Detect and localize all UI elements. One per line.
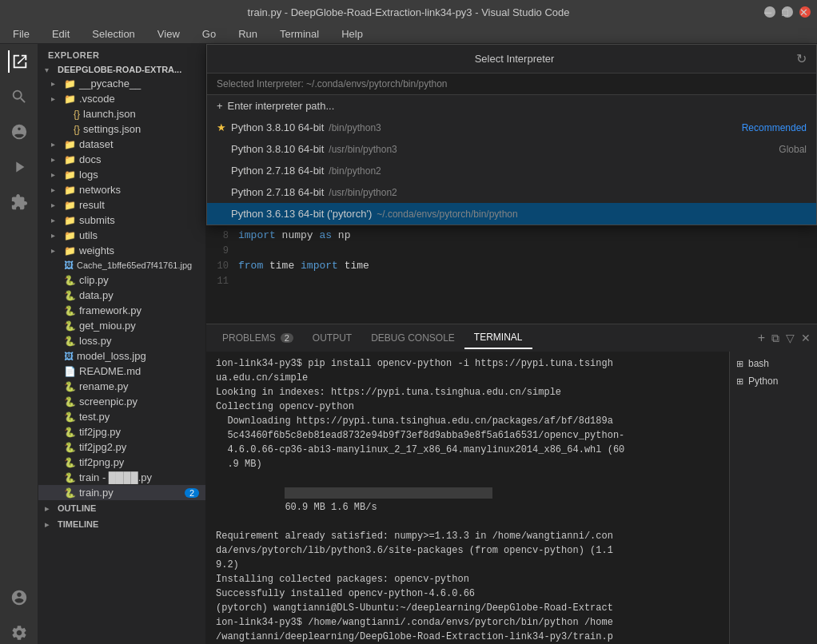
line-number: 8 bbox=[206, 230, 235, 241]
interpreter-item-0[interactable]: ★ Python 3.8.10 64-bit /bin/python3 Reco… bbox=[207, 117, 816, 138]
menu-file[interactable]: File bbox=[8, 26, 34, 42]
menu-run[interactable]: Run bbox=[233, 26, 262, 42]
tree-item-label: screenpic.py bbox=[79, 396, 137, 407]
py-icon: 🐍 bbox=[64, 442, 76, 453]
tree-item-networks[interactable]: ▸ 📁 networks bbox=[38, 182, 205, 197]
tab-debug-console[interactable]: DEBUG CONSOLE bbox=[361, 328, 464, 348]
interpreter-item-3[interactable]: ★ Python 2.7.18 64-bit /usr/bin/python2 bbox=[207, 181, 816, 203]
terminal-content[interactable]: ion-link34-py3$ pip install opencv-pytho… bbox=[206, 352, 729, 644]
tree-item-docs[interactable]: ▸ 📁 docs bbox=[38, 152, 205, 167]
terminal-line: ua.edu.cn/simple bbox=[216, 371, 719, 385]
interpreter-item-2[interactable]: ★ Python 2.7.18 64-bit /bin/python2 bbox=[207, 160, 816, 181]
tree-item-settings[interactable]: ▸ {} settings.json bbox=[38, 121, 205, 137]
interp-name: Python 2.7.18 64-bit bbox=[231, 165, 324, 177]
line-content: import numpy as np bbox=[235, 229, 350, 241]
tree-item-tif2jpg2[interactable]: ▸ 🐍 tif2jpg2.py bbox=[38, 439, 205, 455]
menu-edit[interactable]: Edit bbox=[47, 26, 74, 42]
terminal-line: Installing collected packages: opencv-py… bbox=[216, 572, 719, 586]
problems-badge: 2 bbox=[281, 333, 293, 343]
tree-item-label: tif2jpg.py bbox=[79, 426, 121, 438]
terminal-progress-line: 60.9 MB 1.6 MB/s bbox=[216, 471, 719, 529]
progress-label: 60.9 MB 1.6 MB/s bbox=[285, 502, 377, 513]
activity-accounts[interactable] bbox=[8, 586, 30, 609]
maximize-button[interactable]: □ bbox=[782, 6, 793, 18]
outline-label: OUTLINE bbox=[58, 503, 96, 513]
folder-icon: 📁 bbox=[64, 245, 76, 256]
tree-item-train[interactable]: ▸ 🐍 train.py 2 bbox=[38, 485, 205, 500]
interpreter-enter-path[interactable]: + Enter interpreter path... bbox=[207, 95, 816, 117]
tree-item-label: result bbox=[79, 199, 105, 211]
tree-item-tif2jpg[interactable]: ▸ 🐍 tif2jpg.py bbox=[38, 424, 205, 439]
interpreter-item-1[interactable]: ★ Python 3.8.10 64-bit /usr/bin/python3 … bbox=[207, 138, 816, 160]
tree-item-rename[interactable]: ▸ 🐍 rename.py bbox=[38, 379, 205, 394]
tree-item-framework[interactable]: ▸ 🐍 framework.py bbox=[38, 303, 205, 318]
activity-run-debug[interactable] bbox=[8, 156, 30, 178]
activity-explorer[interactable] bbox=[8, 50, 30, 73]
tree-item-data[interactable]: ▸ 🐍 data.py bbox=[38, 288, 205, 303]
tree-item-tif2png[interactable]: ▸ 🐍 tif2png.py bbox=[38, 455, 205, 470]
tree-item-launch[interactable]: ▸ {} launch.json bbox=[38, 106, 205, 121]
explorer-header: EXPLORER bbox=[38, 44, 205, 63]
terminal-line: Collecting opencv-python bbox=[216, 400, 719, 414]
tree-item-cache-jpg[interactable]: ▸ 🖼 Cache_1bffe65ed7f41761.jpg bbox=[38, 258, 205, 272]
tree-item-screenpic[interactable]: ▸ 🐍 screenpic.py bbox=[38, 394, 205, 409]
activity-search[interactable] bbox=[8, 85, 30, 108]
close-button[interactable]: ✕ bbox=[799, 6, 811, 18]
tab-problems[interactable]: PROBLEMS 2 bbox=[213, 328, 303, 348]
interp-name: Python 3.8.10 64-bit bbox=[231, 121, 324, 133]
terminal-python[interactable]: ⊞ Python bbox=[730, 372, 817, 390]
enter-path-label: Enter interpreter path... bbox=[228, 100, 335, 112]
activity-extensions[interactable] bbox=[8, 191, 30, 213]
minimize-button[interactable]: ─ bbox=[764, 6, 775, 18]
menu-go[interactable]: Go bbox=[197, 26, 221, 42]
tree-item-result[interactable]: ▸ 📁 result bbox=[38, 197, 205, 213]
activity-settings[interactable] bbox=[8, 622, 30, 644]
image-icon: 🖼 bbox=[64, 351, 74, 362]
tree-item-get-miou[interactable]: ▸ 🐍 get_miou.py bbox=[38, 318, 205, 333]
root-folder[interactable]: ▾ DEEPGLOBE-ROAD-EXTRA... bbox=[38, 63, 205, 76]
interpreter-item-4[interactable]: ★ Python 3.6.13 64-bit ('pytorch') ~/.co… bbox=[207, 203, 816, 225]
py-icon: 🐍 bbox=[64, 336, 76, 347]
tree-item-utils[interactable]: ▸ 📁 utils bbox=[38, 228, 205, 243]
add-terminal-icon[interactable]: + bbox=[758, 331, 765, 345]
timeline-section[interactable]: ▸ TIMELINE bbox=[38, 516, 205, 532]
tree-item-pycache[interactable]: ▸ 📁 __pycache__ bbox=[38, 76, 205, 91]
code-line-8: 8 import numpy as np bbox=[206, 228, 817, 243]
activity-source-control[interactable] bbox=[8, 121, 30, 143]
tab-terminal[interactable]: TERMINAL bbox=[464, 327, 532, 349]
outline-section[interactable]: ▸ OUTLINE bbox=[38, 500, 205, 516]
tree-item-loss[interactable]: ▸ 🐍 loss.py bbox=[38, 333, 205, 348]
tree-item-logs[interactable]: ▸ 📁 logs bbox=[38, 167, 205, 182]
menu-selection[interactable]: Selection bbox=[87, 26, 139, 42]
chevron-icon: ▸ bbox=[51, 185, 64, 194]
tree-item-label: framework.py bbox=[79, 304, 141, 316]
menu-help[interactable]: Help bbox=[337, 26, 368, 42]
tree-item-readme[interactable]: ▸ 📄 README.md bbox=[38, 364, 205, 379]
tree-item-test[interactable]: ▸ 🐍 test.py bbox=[38, 409, 205, 424]
menu-view[interactable]: View bbox=[153, 26, 185, 42]
tree-item-train-redacted[interactable]: ▸ 🐍 train - ████.py bbox=[38, 470, 205, 485]
interp-tag-global: Global bbox=[779, 144, 807, 155]
folder-icon: 📁 bbox=[64, 200, 76, 211]
chevron-icon: ▸ bbox=[45, 520, 58, 529]
terminal-line: da/envs/pytorch/lib/python3.6/site-packa… bbox=[216, 543, 719, 558]
tree-item-clip[interactable]: ▸ 🐍 clip.py bbox=[38, 272, 205, 288]
terminal-python-label: Python bbox=[748, 376, 778, 387]
tree-item-vscode[interactable]: ▸ 📁 .vscode bbox=[38, 91, 205, 106]
tree-item-label: get_miou.py bbox=[79, 320, 136, 332]
tree-item-model-loss[interactable]: ▸ 🖼 model_loss.jpg bbox=[38, 348, 205, 364]
tab-output[interactable]: OUTPUT bbox=[303, 328, 361, 348]
code-editor[interactable]: 8 import numpy as np 9 10 from time impo… bbox=[206, 228, 817, 324]
tree-item-submits[interactable]: ▸ 📁 submits bbox=[38, 213, 205, 228]
tree-item-label: tif2jpg2.py bbox=[79, 441, 126, 453]
refresh-button[interactable]: ↻ bbox=[796, 51, 807, 66]
tree-item-weights[interactable]: ▸ 📁 weights bbox=[38, 243, 205, 258]
tree-item-dataset[interactable]: ▸ 📁 dataset bbox=[38, 137, 205, 152]
terminal-line: ion-link34-py3$ /home/wangtianni/.conda/… bbox=[216, 615, 719, 630]
menu-terminal[interactable]: Terminal bbox=[275, 26, 324, 42]
close-panel-icon[interactable]: ✕ bbox=[801, 332, 811, 344]
maximize-panel-icon[interactable]: ▽ bbox=[786, 332, 795, 344]
split-terminal-icon[interactable]: ⧉ bbox=[771, 332, 779, 345]
activity-bar bbox=[0, 44, 38, 644]
terminal-bash[interactable]: ⊞ bash bbox=[730, 355, 817, 372]
